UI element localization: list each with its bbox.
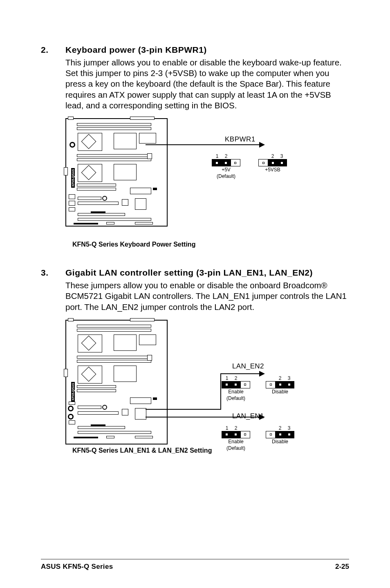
item-3-heading: 3. Gigabit LAN controller setting (3-pin…	[41, 268, 349, 278]
jumper-fig-5v: 1 2 +5V (Default)	[212, 153, 240, 180]
item-2-heading: 2. Keyboard power (3-pin KBPWR1)	[41, 45, 349, 55]
item-3-body: These jumpers allow you to enable or dis…	[65, 280, 349, 312]
power-block	[114, 334, 137, 351]
jumper-fig-lan-en1-enable: 1 2 Enable (Default)	[222, 425, 250, 451]
dimm-slot	[77, 329, 151, 332]
item-3-title: Gigabit LAN controller setting (3-pin LA…	[65, 268, 313, 278]
footer-right: 2-25	[335, 563, 349, 571]
jumper-fig-lan-en2-disable: 2 3 Disable	[266, 375, 294, 395]
jumper	[153, 397, 157, 400]
pin-num: 2	[268, 153, 277, 159]
jumper-cap-icon	[222, 431, 240, 438]
dimm-slot	[77, 325, 151, 328]
pin-num: 1	[213, 153, 222, 159]
jumper-pins	[258, 159, 287, 166]
page-footer: ASUS KFN5-Q Series 2-25	[41, 559, 349, 571]
edge-conn	[74, 223, 98, 224]
jumper-open-pin	[240, 382, 250, 388]
pci-slot	[78, 213, 125, 216]
kbpwr1-label: KBPWR1	[225, 135, 256, 144]
jumper-pins	[222, 431, 250, 438]
power-block	[114, 133, 137, 149]
dimm-slot	[77, 158, 151, 161]
jumper-fig-lan-en2-enable: 1 2 Enable (Default)	[222, 375, 250, 402]
conn-block	[139, 334, 156, 345]
jumper-sub-default: (Default)	[222, 446, 250, 451]
io-block	[69, 420, 75, 424]
dimm-slot	[77, 389, 116, 392]
jumper-cap-icon	[268, 159, 287, 166]
jumper-cap-icon	[276, 382, 294, 388]
board-model-label: KFN5-Q/SAS	[71, 382, 75, 401]
board-outline-1: KFN5-Q/SAS	[65, 118, 168, 227]
pin-numbers: 1 2	[222, 375, 250, 381]
diagram1-caption: KFN5-Q Series Keyboard Power Setting	[72, 241, 349, 248]
diagram-kbpwr: KFN5-Q/SAS KBPWR1	[65, 118, 315, 241]
conn	[130, 117, 155, 120]
jumper-sub: Disable	[266, 439, 294, 445]
chip-small	[122, 199, 128, 206]
footer-left: ASUS KFN5-Q Series	[41, 563, 113, 571]
pin-num: 1	[222, 375, 231, 381]
pin-num: 3	[285, 375, 294, 381]
conn	[78, 406, 101, 409]
pci-key	[91, 211, 105, 213]
pin-num: 1	[222, 425, 231, 431]
diagram-lan: KFN5-Q/SAS LAN_EN2 L	[65, 320, 327, 467]
pin-num: 2	[222, 153, 231, 159]
conn-small	[147, 355, 152, 361]
spacer	[41, 248, 349, 268]
power-block	[114, 164, 137, 180]
pin-numbers: 1 2	[212, 153, 240, 159]
jumper-sub: Disable	[266, 389, 294, 395]
conn	[130, 318, 155, 321]
power-block	[114, 366, 137, 382]
lan-en2-label: LAN_EN2	[232, 362, 264, 370]
jumper-sub: Enable	[222, 439, 250, 445]
conn-small	[147, 153, 152, 159]
page: 2. Keyboard power (3-pin KBPWR1) This ju…	[0, 0, 390, 588]
jumper-pins	[212, 159, 240, 166]
pci-key	[91, 424, 105, 426]
item-2-body: This jumper allows you to enable or disa…	[65, 57, 349, 111]
jumper-sub: Enable	[222, 389, 250, 395]
edge-conn	[106, 436, 114, 438]
pin-num: 2	[231, 425, 240, 431]
io-block	[69, 207, 75, 211]
ring	[102, 405, 107, 410]
jumper-pins	[266, 381, 294, 388]
jumper	[153, 188, 157, 190]
edge-conn	[135, 222, 153, 224]
jumper-sub: +5VSB	[258, 167, 287, 173]
jumper-fig-5vsb: 2 3 +5VSB	[258, 153, 287, 173]
io-notch	[64, 369, 68, 377]
diagram2-caption: KFN5-Q Series LAN_EN1 & LAN_EN2 Setting	[72, 447, 212, 455]
dimm-slot	[77, 154, 151, 157]
jumper-sub-default: (Default)	[222, 396, 250, 402]
board-outline-2: KFN5-Q/SAS	[65, 320, 168, 444]
jumper-cap-icon	[212, 159, 231, 166]
arrow-seg-head	[220, 373, 264, 374]
jumper-open-pin	[266, 382, 276, 388]
conn	[78, 411, 119, 415]
dimm-slot	[77, 127, 151, 130]
pci-slot	[78, 218, 151, 221]
conn	[68, 117, 74, 120]
dimm-slot	[77, 184, 116, 186]
arrow-seg	[146, 409, 221, 410]
fan-header	[135, 408, 146, 420]
pin-numbers: 2 3	[266, 425, 294, 431]
jumper-loc-marker	[68, 414, 74, 420]
conn-block	[139, 133, 156, 144]
fan-header	[135, 198, 146, 210]
item-3-number: 3.	[41, 268, 65, 278]
edge-conn	[74, 437, 98, 438]
dimm-slot	[77, 188, 116, 191]
io-block	[69, 402, 75, 405]
edge-conn	[106, 222, 114, 224]
jumper-open-pin	[266, 431, 276, 438]
pin-numbers: 2 3	[266, 375, 294, 381]
jumper-cap-icon	[222, 382, 240, 388]
chip-small	[122, 409, 128, 415]
heatsink	[130, 188, 151, 194]
